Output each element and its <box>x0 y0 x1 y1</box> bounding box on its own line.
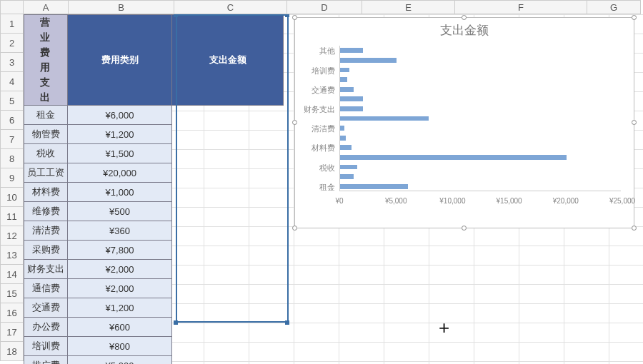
cell-category[interactable]: 财务支出 <box>24 260 68 279</box>
cell-amount[interactable]: ¥20,000 <box>68 163 172 183</box>
column-headers: ABCDEFG <box>0 0 641 14</box>
chart-bar <box>340 184 408 189</box>
header-amount[interactable]: 支出金额 <box>172 15 284 106</box>
cell-amount[interactable]: ¥1,200 <box>68 298 172 318</box>
row-header-10[interactable]: 10 <box>0 188 24 207</box>
chart-bar <box>340 126 344 131</box>
row-header-17[interactable]: 17 <box>0 323 24 342</box>
row-header-9[interactable]: 9 <box>0 168 24 188</box>
row-headers: 123456789101112131415161718 <box>0 0 24 361</box>
fill-handle[interactable] <box>174 320 178 325</box>
col-header-D[interactable]: D <box>287 0 362 14</box>
row-header-11[interactable]: 11 <box>0 207 24 226</box>
cell-category[interactable]: 交通费 <box>24 298 68 318</box>
chart-bar <box>340 58 397 63</box>
chart-x-tick: ¥10,000 <box>439 197 465 205</box>
chart-bar <box>340 48 363 53</box>
chart-resize-handle[interactable] <box>632 120 637 125</box>
cell-category[interactable]: 办公费 <box>24 318 68 337</box>
chart-y-label: 财务支出 <box>304 104 335 115</box>
merged-group-label: 营业费用支出 <box>40 16 51 103</box>
cell-category[interactable]: 清洁费 <box>24 221 68 241</box>
chart-bar <box>340 96 363 101</box>
fill-handle[interactable] <box>285 320 289 325</box>
merged-group-cell[interactable]: 营业费用支出 <box>24 15 68 106</box>
embedded-chart[interactable]: 支出金额 其他培训费交通费财务支出清洁费材料费税收租金 ¥0¥5,000¥10,… <box>294 17 634 228</box>
row-header-12[interactable]: 12 <box>0 226 24 246</box>
header-category[interactable]: 费用类别 <box>68 15 172 106</box>
col-header-A[interactable]: A <box>24 0 69 14</box>
cell-amount[interactable]: ¥1,500 <box>68 144 172 163</box>
chart-bar <box>340 174 354 179</box>
chart-x-tick: ¥25,000 <box>609 197 635 205</box>
col-header-C[interactable]: C <box>174 0 287 14</box>
cell-amount[interactable]: ¥500 <box>68 202 172 221</box>
chart-y-label: 其他 <box>319 46 335 56</box>
chart-body: 其他培训费交通费财务支出清洁费材料费税收租金 ¥0¥5,000¥10,000¥1… <box>302 41 627 211</box>
cell-category[interactable]: 推广费 <box>24 356 68 365</box>
chart-x-tick: ¥20,000 <box>553 197 579 205</box>
cell-category[interactable]: 税收 <box>24 144 68 163</box>
chart-x-axis: ¥0¥5,000¥10,000¥15,000¥20,000¥25,000 <box>339 197 621 210</box>
col-header-F[interactable]: F <box>455 0 587 14</box>
cell-amount[interactable]: ¥1,200 <box>68 125 172 144</box>
chart-resize-handle[interactable] <box>462 226 467 231</box>
row-header-2[interactable]: 2 <box>0 34 24 53</box>
row-header-18[interactable]: 18 <box>0 342 24 361</box>
cell-amount[interactable]: ¥2,000 <box>68 279 172 298</box>
chart-y-label: 交通费 <box>311 85 335 96</box>
col-header-E[interactable]: E <box>362 0 455 14</box>
cell-category[interactable]: 材料费 <box>24 183 68 202</box>
cell-amount[interactable]: ¥2,000 <box>68 260 172 279</box>
row-header-7[interactable]: 7 <box>0 130 24 149</box>
row-header-16[interactable]: 16 <box>0 303 24 323</box>
cell-category[interactable]: 采购费 <box>24 241 68 260</box>
chart-x-tick: ¥5,000 <box>385 197 407 205</box>
cell-category[interactable]: 培训费 <box>24 337 68 356</box>
chart-resize-handle[interactable] <box>292 120 297 125</box>
chart-y-label: 税收 <box>319 163 335 173</box>
cell-amount[interactable]: ¥1,000 <box>68 183 172 202</box>
spreadsheet-view[interactable]: ABCDEFG 123456789101112131415161718 营业费用… <box>0 0 643 364</box>
chart-y-label: 清洁费 <box>311 123 335 134</box>
chart-bar <box>340 165 357 170</box>
cell-category[interactable]: 物管费 <box>24 125 68 144</box>
chart-bar <box>340 106 363 111</box>
chart-bar <box>340 68 349 73</box>
row-header-5[interactable]: 5 <box>0 91 24 111</box>
row-header-3[interactable]: 3 <box>0 53 24 72</box>
row-header-1[interactable]: 1 <box>0 14 24 34</box>
cell-amount[interactable]: ¥6,000 <box>68 106 172 125</box>
cell-amount[interactable]: ¥360 <box>68 221 172 241</box>
cell-category[interactable]: 通信费 <box>24 279 68 298</box>
data-table: 营业费用支出 费用类别 支出金额 租金¥6,000物管费¥1,200税收¥1,5… <box>24 14 284 364</box>
chart-resize-handle[interactable] <box>292 15 297 20</box>
row-header-14[interactable]: 14 <box>0 265 24 284</box>
cell-amount[interactable]: ¥5,000 <box>68 356 172 365</box>
cell-amount[interactable]: ¥800 <box>68 337 172 356</box>
cell-amount[interactable]: ¥600 <box>68 318 172 337</box>
chart-bar <box>340 77 347 82</box>
chart-resize-handle[interactable] <box>632 226 637 231</box>
chart-plot-area <box>339 46 621 191</box>
row-header-15[interactable]: 15 <box>0 284 24 303</box>
cell-category[interactable]: 维修费 <box>24 202 68 221</box>
chart-resize-handle[interactable] <box>462 15 467 20</box>
chart-y-label: 培训费 <box>311 66 335 76</box>
row-header-6[interactable]: 6 <box>0 111 24 130</box>
chart-x-tick: ¥15,000 <box>497 197 522 205</box>
cell-amount[interactable]: ¥7,800 <box>68 241 172 260</box>
col-header-G[interactable]: G <box>587 0 641 14</box>
chart-bar <box>340 155 567 160</box>
col-header-B[interactable]: B <box>69 0 174 14</box>
chart-y-label: 材料费 <box>311 143 335 153</box>
chart-resize-handle[interactable] <box>292 226 297 231</box>
row-header-13[interactable]: 13 <box>0 246 24 265</box>
cell-category[interactable]: 租金 <box>24 106 68 125</box>
cell-category[interactable]: 员工工资 <box>24 163 68 183</box>
row-header-4[interactable]: 4 <box>0 72 24 91</box>
row-header-8[interactable]: 8 <box>0 149 24 168</box>
chart-bar <box>340 87 354 92</box>
chart-y-label: 租金 <box>319 182 335 193</box>
chart-resize-handle[interactable] <box>632 15 637 20</box>
